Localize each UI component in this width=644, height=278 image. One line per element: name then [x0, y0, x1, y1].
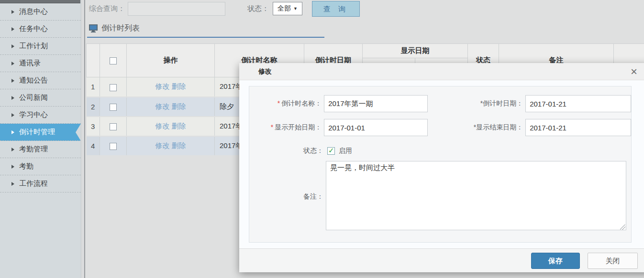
expand-arrow-icon [11, 62, 14, 65]
sidebar-item-task-center[interactable]: 任务中心 [0, 21, 81, 38]
section-underline [87, 37, 324, 38]
remark-textarea[interactable]: 晃一晃，时间过大半 [326, 161, 626, 230]
display-end-label: *显示结束日期： [449, 123, 523, 132]
chevron-down-icon: ▼ [293, 6, 298, 11]
save-button[interactable]: 保存 [531, 253, 580, 269]
status-label: 状态： [249, 147, 323, 155]
query-button[interactable]: 查 询 [312, 1, 360, 17]
countdown-date-field[interactable] [525, 95, 631, 112]
status-selected-value: 全部 [278, 4, 291, 13]
row-operations: 修改 删除 [127, 136, 215, 156]
edit-link[interactable]: 修改 [155, 122, 169, 130]
expand-arrow-icon [11, 182, 14, 186]
monitor-icon [89, 24, 98, 32]
enabled-checkbox-label: 启用 [339, 147, 352, 155]
sidebar-item-label: 工作流程 [19, 179, 48, 188]
edit-link[interactable]: 修改 [155, 82, 169, 90]
sidebar-item-label: 倒计时管理 [19, 128, 55, 137]
close-icon[interactable]: × [631, 65, 637, 78]
sidebar-item-message-center[interactable]: 消息中心 [0, 3, 81, 21]
required-mark: * [278, 99, 280, 107]
form-row-name-date: *倒计时名称： *倒计时日期： [249, 95, 631, 112]
display-end-field[interactable] [525, 119, 631, 136]
modal-title: 修改 [258, 67, 272, 76]
sidebar-item-attendance[interactable]: 考勤 [0, 158, 81, 175]
sidebar-item-contacts[interactable]: 通讯录 [0, 55, 81, 72]
expand-arrow-icon [11, 96, 14, 100]
row-operations: 修改 删除 [127, 97, 215, 117]
row-checkbox[interactable] [110, 84, 117, 91]
list-section-title: 倒计时列表 [89, 22, 644, 34]
row-operations: 修改 删除 [127, 77, 215, 97]
sidebar-item-label: 考勤 [19, 162, 33, 171]
form-row-display-dates: *显示开始日期： *显示结束日期： [249, 119, 631, 136]
sidebar-item-label: 公司新闻 [19, 93, 48, 102]
resize-handle-icon[interactable] [620, 225, 625, 230]
sidebar-item-workflow[interactable]: 工作流程 [0, 175, 81, 192]
delete-link[interactable]: 删除 [172, 102, 186, 110]
display-start-field[interactable] [324, 119, 428, 136]
query-label: 综合查询： [89, 4, 125, 13]
row-number: 2 [87, 97, 100, 117]
search-input[interactable] [128, 2, 225, 16]
sidebar-item-label: 任务中心 [19, 24, 48, 33]
remark-textarea-wrap: 晃一晃，时间过大半 [326, 161, 626, 232]
select-all-checkbox[interactable] [110, 57, 117, 64]
form-row-status: 状态： 启用 [249, 147, 631, 155]
countdown-name-field[interactable] [324, 95, 428, 112]
modal-footer: 保存 关闭 [239, 248, 644, 272]
expand-arrow-icon [11, 165, 14, 169]
delete-link[interactable]: 删除 [172, 122, 186, 130]
col-header-operation: 操作 [127, 44, 215, 77]
sidebar-item-label: 学习中心 [19, 110, 48, 119]
close-button[interactable]: 关闭 [588, 253, 638, 269]
delete-link[interactable]: 删除 [172, 82, 186, 90]
row-select-cell [100, 117, 127, 136]
display-start-label: *显示开始日期： [249, 123, 322, 132]
sidebar-item-label: 工作计划 [19, 42, 48, 51]
expand-arrow-icon [11, 130, 14, 134]
row-checkbox[interactable] [110, 104, 117, 111]
sidebar-item-announcements[interactable]: 通知公告 [0, 72, 81, 89]
app-screen: 消息中心 任务中心 工作计划 通讯录 通知公告 公司新闻 学习中心 倒计时管理 [0, 0, 644, 278]
sidebar-item-work-plan[interactable]: 工作计划 [0, 38, 81, 55]
sidebar-item-company-news[interactable]: 公司新闻 [0, 89, 81, 107]
row-checkbox[interactable] [110, 123, 117, 130]
countdown-name-label: *倒计时名称： [249, 99, 322, 108]
select-all-header [100, 44, 127, 77]
sidebar-item-countdown-management[interactable]: 倒计时管理 [0, 124, 81, 141]
required-mark: * [271, 123, 273, 131]
form-row-remark: 备注： 晃一晃，时间过大半 [249, 161, 631, 232]
sidebar-item-label: 消息中心 [19, 7, 48, 16]
remark-label: 备注： [249, 192, 323, 201]
row-select-cell [100, 136, 127, 156]
expand-arrow-icon [11, 148, 14, 151]
sidebar-item-label: 考勤管理 [19, 145, 48, 154]
status-filter-select[interactable]: 全部 ▼ [273, 2, 302, 15]
row-checkbox[interactable] [110, 143, 117, 150]
sidebar-item-label: 通知公告 [19, 76, 48, 85]
edit-modal: 修改 × *倒计时名称： *倒计时日期： *显示开始日期： *显示结束日期： 状… [239, 63, 644, 272]
row-number: 4 [87, 136, 100, 156]
col-header-display-date-group: 显示日期 [363, 44, 468, 58]
status-filter-label: 状态： [247, 4, 269, 13]
edit-link[interactable]: 修改 [155, 102, 169, 110]
expand-arrow-icon [11, 27, 14, 31]
row-operations: 修改 删除 [127, 117, 215, 136]
expand-arrow-icon [11, 44, 14, 48]
delete-link[interactable]: 删除 [172, 141, 186, 150]
sidebar: 消息中心 任务中心 工作计划 通讯录 通知公告 公司新闻 学习中心 倒计时管理 [0, 0, 81, 278]
sidebar-item-learning-center[interactable]: 学习中心 [0, 107, 81, 124]
row-number: 1 [87, 77, 100, 97]
sidebar-item-label: 通讯录 [19, 59, 41, 68]
row-select-cell [100, 77, 127, 97]
edit-link[interactable]: 修改 [155, 141, 169, 150]
sidebar-divider [82, 0, 85, 278]
expand-arrow-icon [11, 79, 14, 83]
countdown-date-label: *倒计时日期： [449, 99, 523, 108]
sidebar-top-bar [0, 0, 80, 3]
enabled-checkbox[interactable] [327, 147, 335, 155]
row-select-cell [100, 97, 127, 117]
sidebar-item-attendance-management[interactable]: 考勤管理 [0, 141, 81, 158]
search-bar: 综合查询： 状态： 全部 ▼ 查 询 [86, 0, 644, 17]
